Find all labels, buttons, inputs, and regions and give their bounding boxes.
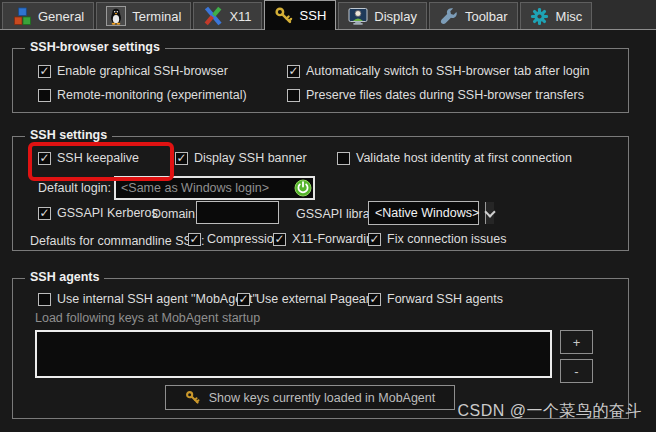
cmdline-defaults-label: Defaults for commandline SSH: xyxy=(30,234,204,248)
show-loaded-keys-button[interactable]: Show keys currently loaded in MobAgent xyxy=(165,385,455,410)
checkbox-label: Preserve files dates during SSH-browser … xyxy=(306,88,584,102)
dropdown-value: <Native Windows> xyxy=(369,202,485,224)
default-login-input[interactable] xyxy=(114,176,315,200)
checkbox-icon xyxy=(38,207,51,220)
display-icon xyxy=(348,6,368,26)
checkbox-external-pageant[interactable]: Use external Pageant xyxy=(237,291,376,307)
add-key-button[interactable]: + xyxy=(560,330,593,354)
tab-ssh[interactable]: SSH xyxy=(264,0,337,30)
gear-icon xyxy=(530,6,550,26)
checkbox-label: Fix connection issues xyxy=(387,232,507,246)
gssapi-library-select[interactable]: <Native Windows> xyxy=(368,201,479,225)
checkbox-icon xyxy=(368,233,381,246)
mobaxterm-settings-window: General Terminal xyxy=(0,0,656,432)
tab-general[interactable]: General xyxy=(2,2,94,29)
checkbox-icon xyxy=(38,89,51,102)
checkbox-label: Validate host identity at first connecti… xyxy=(356,151,572,165)
refresh-login-icon[interactable] xyxy=(294,179,312,197)
checkbox-icon xyxy=(287,65,300,78)
tab-label: General xyxy=(38,9,84,24)
checkbox-ssh-keepalive[interactable]: SSH keepalive xyxy=(38,150,139,166)
settings-tab-bar: General Terminal xyxy=(0,0,656,30)
button-label: Show keys currently loaded in MobAgent xyxy=(209,391,436,405)
tab-label: Terminal xyxy=(132,9,181,24)
tab-label: SSH xyxy=(300,8,327,23)
checkbox-label: Compression xyxy=(207,232,281,246)
checkbox-validate-host-identity[interactable]: Validate host identity at first connecti… xyxy=(337,150,572,166)
group-title: SSH-browser settings xyxy=(25,40,165,54)
key-icon xyxy=(274,6,294,26)
watermark-text: CSDN @一个菜鸟的奋斗 xyxy=(457,401,642,422)
checkbox-label: Enable graphical SSH-browser xyxy=(57,64,228,78)
domain-label: Domain: xyxy=(152,207,199,221)
default-login-field xyxy=(114,176,315,200)
tab-misc[interactable]: Misc xyxy=(520,2,593,29)
checkbox-remote-monitoring[interactable]: Remote-monitoring (experimental) xyxy=(38,87,247,103)
checkbox-enable-graphical-ssh-browser[interactable]: Enable graphical SSH-browser xyxy=(38,63,228,79)
checkbox-icon xyxy=(287,89,300,102)
key-icon xyxy=(185,390,201,406)
tab-x11[interactable]: X11 xyxy=(193,2,261,29)
wrench-icon xyxy=(439,6,459,26)
mobagent-keys-label: Load following keys at MobAgent startup xyxy=(35,311,260,325)
tab-label: Toolbar xyxy=(465,9,508,24)
checkbox-fix-connection-issues[interactable]: Fix connection issues xyxy=(368,231,507,247)
tab-label: Display xyxy=(374,9,417,24)
ssh-browser-settings-group: SSH-browser settings xyxy=(12,48,629,113)
checkbox-icon xyxy=(337,152,350,165)
checkbox-label: SSH keepalive xyxy=(57,151,139,165)
cubes-icon xyxy=(12,6,32,26)
checkbox-icon xyxy=(38,293,51,306)
chevron-down-icon xyxy=(485,202,494,224)
domain-field xyxy=(196,201,279,224)
tab-label: Misc xyxy=(556,9,583,24)
tab-display[interactable]: Display xyxy=(338,2,427,29)
checkbox-icon xyxy=(38,65,51,78)
checkbox-icon xyxy=(175,152,188,165)
group-title: SSH agents xyxy=(25,270,104,284)
tab-terminal[interactable]: Terminal xyxy=(96,2,191,29)
default-login-label: Default login: xyxy=(38,181,111,195)
checkbox-icon xyxy=(188,233,201,246)
penguin-icon xyxy=(106,6,126,26)
checkbox-label: Use external Pageant xyxy=(256,292,376,306)
group-title: SSH settings xyxy=(25,128,112,142)
checkbox-icon xyxy=(273,233,286,246)
checkbox-x11-forwarding[interactable]: X11-Forwarding xyxy=(273,231,380,247)
checkbox-compression[interactable]: Compression xyxy=(188,231,281,247)
checkbox-label: GSSAPI Kerberos xyxy=(57,206,158,220)
tab-label: X11 xyxy=(229,9,251,24)
checkbox-label: Remote-monitoring (experimental) xyxy=(57,88,247,102)
checkbox-label: Forward SSH agents xyxy=(387,292,503,306)
checkbox-gssapi-kerberos[interactable]: GSSAPI Kerberos xyxy=(38,205,158,221)
checkbox-label: X11-Forwarding xyxy=(292,232,380,246)
checkbox-forward-ssh-agents[interactable]: Forward SSH agents xyxy=(368,291,503,307)
checkbox-label: Automatically switch to SSH-browser tab … xyxy=(306,64,589,78)
checkbox-icon xyxy=(38,152,51,165)
x11-icon xyxy=(203,6,223,26)
checkbox-icon xyxy=(368,293,381,306)
remove-key-button[interactable]: - xyxy=(560,359,593,383)
checkbox-label: Use internal SSH agent "MobAgent" xyxy=(57,292,257,306)
checkbox-icon xyxy=(237,293,250,306)
tab-toolbar[interactable]: Toolbar xyxy=(429,2,518,29)
checkbox-internal-ssh-agent[interactable]: Use internal SSH agent "MobAgent" xyxy=(38,291,257,307)
checkbox-display-ssh-banner[interactable]: Display SSH banner xyxy=(175,150,307,166)
checkbox-label: Display SSH banner xyxy=(194,151,307,165)
checkbox-auto-switch-ssh-browser-tab[interactable]: Automatically switch to SSH-browser tab … xyxy=(287,63,589,79)
checkbox-preserve-files-dates[interactable]: Preserve files dates during SSH-browser … xyxy=(287,87,584,103)
domain-input[interactable] xyxy=(196,201,279,224)
mobagent-keys-listbox[interactable] xyxy=(35,330,552,378)
